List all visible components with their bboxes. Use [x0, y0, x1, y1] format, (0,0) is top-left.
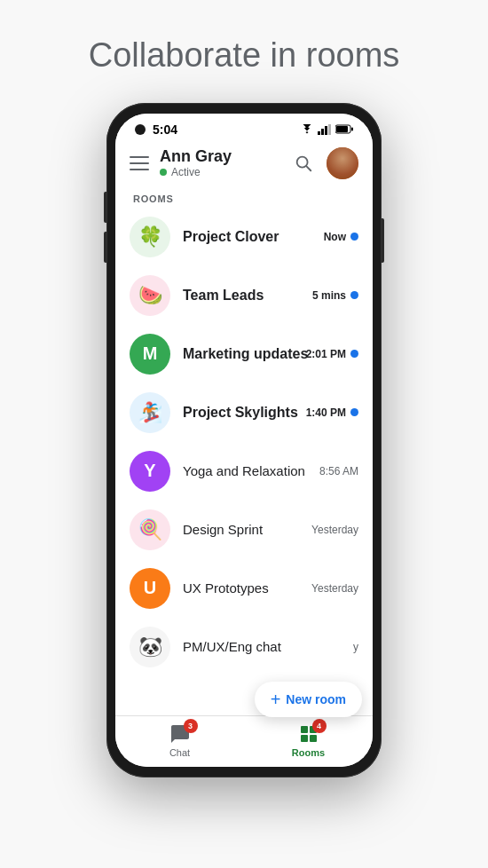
status-time: 5:04 [153, 122, 177, 137]
unread-dot-team-leads [350, 291, 358, 299]
chat-badge: 3 [184, 719, 198, 733]
room-meta-project-skylights: 1:40 PM [306, 406, 358, 419]
room-content-project-clover: Project Clover [183, 229, 324, 245]
room-time-design-sprint: Yesterday [311, 524, 358, 536]
signal-icon [318, 124, 332, 135]
header-status: Active [160, 166, 289, 178]
svg-rect-6 [351, 128, 353, 131]
room-icon-ux-prototypes: U [130, 568, 170, 609]
room-meta-project-clover: Now [324, 231, 358, 243]
room-content-yoga-relaxation: Yoga and Relaxation [183, 463, 319, 479]
status-left: 5:04 [135, 122, 177, 137]
svg-rect-0 [318, 131, 320, 135]
room-time-project-skylights: 1:40 PM [306, 406, 346, 419]
room-name-marketing-updates: Marketing updates [183, 346, 308, 361]
unread-dot-project-skylights [350, 408, 358, 416]
room-time-project-clover: Now [324, 231, 346, 243]
room-content-ux-prototypes: UX Prototypes [183, 580, 311, 596]
room-content-design-sprint: Design Sprint [183, 522, 311, 538]
room-item-team-leads[interactable]: 🍉 Team Leads 5 mins [115, 266, 373, 325]
room-name-pm-ux-eng: PM/UX/Eng chat [183, 639, 281, 654]
room-time-team-leads: 5 mins [312, 289, 346, 302]
room-name-project-clover: Project Clover [183, 229, 279, 244]
room-name-team-leads: Team Leads [183, 288, 264, 303]
room-item-yoga-relaxation[interactable]: Y Yoga and Relaxation 8:56 AM [115, 442, 373, 501]
room-name-design-sprint: Design Sprint [183, 522, 263, 537]
room-icon-yoga-relaxation: Y [130, 451, 170, 492]
svg-rect-2 [325, 126, 327, 135]
avatar[interactable] [327, 147, 358, 179]
svg-rect-11 [301, 735, 308, 742]
room-meta-marketing-updates: 2:01 PM [306, 348, 358, 360]
rooms-nav-label: Rooms [292, 747, 325, 758]
rooms-section-label: ROOMS [115, 188, 373, 208]
room-time-yoga-relaxation: 8:56 AM [319, 465, 358, 477]
header-info: Ann Gray Active [160, 147, 289, 179]
phone-screen: 5:04 [115, 114, 373, 767]
room-item-design-sprint[interactable]: 🍭 Design Sprint Yesterday [115, 501, 373, 559]
room-icon-team-leads: 🍉 [130, 275, 170, 316]
new-room-fab[interactable]: + New room [255, 682, 362, 717]
room-icon-project-skylights: 🏂 [130, 392, 170, 433]
wifi-icon [300, 124, 314, 135]
phone-mockup: 5:04 [106, 103, 382, 777]
avatar-face [327, 147, 358, 179]
status-icons [300, 124, 353, 135]
nav-chat[interactable]: 3 Chat [115, 716, 244, 767]
svg-line-8 [306, 166, 311, 170]
room-icon-design-sprint: 🍭 [130, 509, 170, 550]
room-icon-pm-ux-eng: 🐼 [130, 627, 170, 667]
chat-nav-label: Chat [169, 747, 190, 758]
svg-rect-12 [310, 735, 317, 742]
hamburger-menu[interactable] [130, 156, 149, 170]
room-meta-ux-prototypes: Yesterday [311, 582, 358, 595]
room-content-marketing-updates: Marketing updates [183, 346, 306, 362]
active-dot [160, 169, 167, 176]
room-item-pm-ux-eng[interactable]: 🐼 PM/UX/Eng chat y [115, 618, 373, 676]
room-meta-yoga-relaxation: 8:56 AM [319, 465, 358, 477]
bottom-nav: 3 Chat 4 Rooms [115, 715, 373, 767]
room-name-ux-prototypes: UX Prototypes [183, 580, 269, 596]
new-room-label: New room [286, 692, 346, 706]
room-content-project-skylights: Project Skylights [183, 405, 306, 421]
room-item-ux-prototypes[interactable]: U UX Prototypes Yesterday [115, 559, 373, 618]
rooms-icon-wrap: 4 [298, 723, 319, 745]
room-time-marketing-updates: 2:01 PM [306, 348, 346, 360]
header-actions [289, 147, 358, 179]
rooms-badge: 4 [312, 719, 327, 733]
unread-dot-marketing-updates [350, 350, 358, 358]
nav-rooms[interactable]: 4 Rooms [244, 716, 373, 767]
status-bar: 5:04 [115, 114, 373, 140]
chat-icon-wrap: 3 [169, 723, 191, 745]
room-content-team-leads: Team Leads [183, 288, 312, 304]
rooms-list: 🍀 Project Clover Now 🍉 Team Leads 5 mins [115, 208, 373, 715]
room-icon-project-clover: 🍀 [130, 217, 170, 257]
vol-up-button [104, 192, 106, 223]
room-name-project-skylights: Project Skylights [183, 405, 298, 420]
unread-dot-project-clover [350, 233, 358, 241]
room-content-pm-ux-eng: PM/UX/Eng chat [183, 639, 353, 655]
room-item-marketing-updates[interactable]: M Marketing updates 2:01 PM [115, 325, 373, 383]
vol-down-button [104, 232, 106, 263]
svg-rect-1 [321, 129, 324, 135]
battery-icon [335, 124, 353, 134]
power-button [382, 218, 384, 263]
page-title: Collaborate in rooms [89, 36, 400, 76]
room-meta-pm-ux-eng: y [353, 641, 358, 653]
room-name-yoga-relaxation: Yoga and Relaxation [183, 463, 305, 478]
room-item-project-clover[interactable]: 🍀 Project Clover Now [115, 208, 373, 266]
svg-rect-5 [336, 126, 348, 132]
app-header: Ann Gray Active [115, 140, 373, 188]
room-time-pm-ux-eng: y [353, 641, 358, 653]
svg-rect-3 [328, 124, 331, 135]
room-item-project-skylights[interactable]: 🏂 Project Skylights 1:40 PM [115, 383, 373, 442]
room-icon-marketing-updates: M [130, 334, 170, 375]
search-button[interactable] [289, 149, 318, 178]
camera-dot [135, 124, 146, 135]
svg-rect-9 [301, 726, 308, 733]
search-icon [294, 154, 313, 173]
header-username: Ann Gray [160, 147, 289, 167]
new-room-plus-icon: + [271, 690, 281, 708]
room-time-ux-prototypes: Yesterday [311, 582, 358, 595]
active-label: Active [171, 166, 201, 178]
